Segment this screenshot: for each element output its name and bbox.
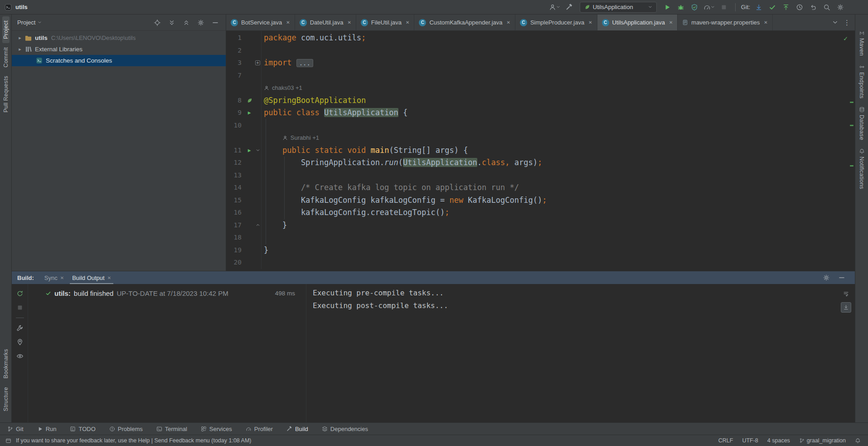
stop-build-button[interactable] xyxy=(16,304,24,312)
search-everywhere-button[interactable] xyxy=(821,2,833,13)
tool-window-button-dependencies[interactable]: Dependencies xyxy=(322,426,368,432)
project-options-button[interactable] xyxy=(197,19,205,27)
run-gutter-icon[interactable]: ▶ xyxy=(248,110,251,115)
encoding-widget[interactable]: UTF-8 xyxy=(742,437,758,444)
code-author-label[interactable]: Surabhi +1 xyxy=(291,132,319,144)
tool-window-button-maven[interactable]: Maven xyxy=(858,30,865,56)
code-line[interactable]: 19} xyxy=(226,244,855,257)
collapse-all-button[interactable] xyxy=(182,19,190,27)
close-tab-icon[interactable]: ✕ xyxy=(764,20,767,25)
close-tab-icon[interactable]: ✕ xyxy=(406,20,409,25)
tree-item-utils[interactable]: ▸utilsC:\Users\LENOVO\Desktop\utils xyxy=(12,32,226,44)
fold-expand-icon[interactable]: + xyxy=(255,60,260,65)
editor-tab-customkafkaappender-java[interactable]: CCustomKafkaAppender.java✕ xyxy=(414,15,515,30)
rerun-build-button[interactable] xyxy=(16,289,24,298)
locate-file-button[interactable] xyxy=(153,19,161,27)
scroll-to-end-button[interactable] xyxy=(841,302,851,313)
code-author-label[interactable]: chaks03 +1 xyxy=(272,82,302,94)
rollback-button[interactable] xyxy=(807,2,819,13)
code-line[interactable]: 8@SpringBootApplication xyxy=(226,94,855,107)
code-line[interactable]: 13 xyxy=(226,169,855,182)
tool-window-button-database[interactable]: Database xyxy=(858,107,865,140)
user-menu-button[interactable] xyxy=(548,2,562,13)
tool-window-button-structure[interactable]: Structure xyxy=(2,383,10,415)
project-panel-title[interactable]: Project xyxy=(17,19,35,26)
tool-window-button-services[interactable]: Services xyxy=(201,426,232,432)
code-line[interactable]: 7 xyxy=(226,69,855,82)
settings-button[interactable] xyxy=(834,2,846,13)
code-line[interactable]: 1package com.uci.utils; xyxy=(226,32,855,44)
tool-window-button-git[interactable]: Git xyxy=(7,426,24,432)
build-tab-build-output[interactable]: Build Output✕ xyxy=(68,271,115,284)
code-line[interactable]: 16 kafkaLogConfig.createLogTopic(); xyxy=(226,206,855,219)
code-line[interactable]: 14 /* Create kafka log topic on applicat… xyxy=(226,181,855,194)
pin-button[interactable] xyxy=(16,338,24,346)
fold-end-icon[interactable] xyxy=(255,222,261,228)
editor-tab-maven-wrapper-properties[interactable]: maven-wrapper.properties✕ xyxy=(678,15,772,30)
editor-tab-dateutil-java[interactable]: CDateUtil.java✕ xyxy=(295,15,356,30)
tool-window-button-todo[interactable]: TODO xyxy=(70,426,95,432)
inspection-status-icon[interactable]: ✓ xyxy=(844,34,848,43)
tool-window-button-endpoints[interactable]: Endpoints xyxy=(858,64,865,98)
run-configuration-select[interactable]: UtilsApplication xyxy=(580,2,657,13)
build-settings-button[interactable] xyxy=(822,274,830,282)
build-project-button[interactable] xyxy=(563,2,575,13)
debug-button[interactable] xyxy=(675,2,687,13)
editor-tab-fileutil-java[interactable]: CFileUtil.java✕ xyxy=(356,15,415,30)
code-line[interactable]: 2 xyxy=(226,44,855,57)
tool-window-button-pull-requests[interactable]: Pull Requests xyxy=(2,72,10,117)
tree-chevron-icon[interactable]: ▸ xyxy=(16,35,24,41)
tool-window-button-commit[interactable]: Commit xyxy=(2,43,10,72)
run-button[interactable] xyxy=(661,2,673,13)
code-line[interactable]: 18 xyxy=(226,231,855,244)
code-line[interactable]: 12 SpringApplication.run(UtilsApplicatio… xyxy=(226,157,855,169)
indent-widget[interactable]: 4 spaces xyxy=(767,437,790,444)
close-tab-icon[interactable]: ✕ xyxy=(347,20,351,25)
code-editor[interactable]: 1package com.uci.utils;23+import ...7cha… xyxy=(226,31,855,271)
hidden-tabs-button[interactable] xyxy=(831,19,839,27)
build-tab-sync[interactable]: Sync✕ xyxy=(40,271,68,284)
tree-item-external-libraries[interactable]: ▸External Libraries xyxy=(12,44,226,55)
code-line[interactable]: 10 xyxy=(226,119,855,132)
profiler-button[interactable] xyxy=(702,2,716,13)
run-gutter-icon[interactable]: ▶ xyxy=(248,148,251,153)
close-tab-icon[interactable]: ✕ xyxy=(669,20,673,25)
close-tab-icon[interactable]: ✕ xyxy=(286,20,290,25)
tool-window-button-run[interactable]: Run xyxy=(37,426,57,432)
hide-panel-button[interactable] xyxy=(211,19,219,27)
tree-chevron-icon[interactable]: ▸ xyxy=(16,46,24,52)
editor-stripe-mark[interactable] xyxy=(850,165,853,167)
code-line[interactable]: 9▶public class UtilsApplication { xyxy=(226,107,855,119)
tree-item-scratches-and-consoles[interactable]: Scratches and Consoles xyxy=(12,55,226,66)
tool-window-button-bookmarks[interactable]: Bookmarks xyxy=(2,345,10,382)
git-branch-widget[interactable]: graal_migration xyxy=(799,437,846,444)
update-project-button[interactable] xyxy=(753,2,765,13)
stop-button[interactable] xyxy=(718,2,730,13)
code-line[interactable]: 17 } xyxy=(226,219,855,232)
expand-all-button[interactable] xyxy=(168,19,176,27)
fold-collapse-icon[interactable] xyxy=(255,147,261,153)
spring-gutter-icon[interactable] xyxy=(247,98,252,103)
line-ending-widget[interactable]: CRLF xyxy=(718,437,733,444)
commit-button[interactable] xyxy=(766,2,778,13)
close-tab-icon[interactable]: ✕ xyxy=(588,20,592,25)
editor-stripe-mark[interactable] xyxy=(850,125,853,126)
editor-tab-utilsapplication-java[interactable]: CUtilsApplication.java✕ xyxy=(597,15,678,30)
hide-build-panel-button[interactable] xyxy=(838,274,846,282)
tool-window-button-problems[interactable]: Problems xyxy=(109,426,143,432)
code-line[interactable]: 20 xyxy=(226,256,855,269)
code-line[interactable]: 15 KafkaLogConfig kafkaLogConfig = new K… xyxy=(226,194,855,207)
code-line[interactable]: 3+import ... xyxy=(226,57,855,69)
tool-window-button-notifications[interactable]: Notifications xyxy=(858,148,865,189)
tool-window-button-project[interactable]: Project xyxy=(2,16,10,43)
notifications-icon[interactable] xyxy=(855,438,861,444)
close-tab-icon[interactable]: ✕ xyxy=(60,275,64,280)
build-console[interactable]: Executing pre-compile tasks...Executing … xyxy=(306,284,855,422)
coverage-button[interactable] xyxy=(689,2,700,13)
window-icon[interactable] xyxy=(5,438,11,444)
editor-tab-simpleproducer-java[interactable]: CSimpleProducer.java✕ xyxy=(515,15,597,30)
tool-window-button-build[interactable]: Build xyxy=(286,426,308,432)
push-button[interactable] xyxy=(780,2,792,13)
close-tab-icon[interactable]: ✕ xyxy=(107,275,111,280)
tab-options-button[interactable]: ⋮ xyxy=(844,19,850,27)
